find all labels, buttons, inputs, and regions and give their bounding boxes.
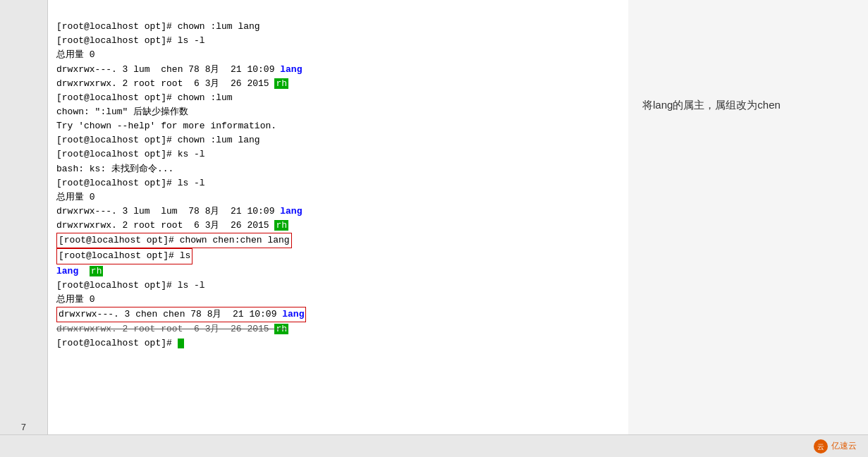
lang-highlight-2: lang [280, 206, 302, 217]
boxed-chown-line: [root@localhost opt]# chown chen:chen la… [56, 233, 292, 248]
logo-text: 亿速云 [831, 440, 857, 452]
sidebar-number: 7 [21, 422, 27, 433]
strikethrough-line: drwxrwxrwx. 2 root root 6 3月 26 2015 rh [56, 324, 288, 334]
rh-standalone: rh [90, 266, 104, 276]
rh-highlight-1: rh [274, 78, 288, 89]
main-container: 7 .149.131 [root@localhost opt]# chown :… [0, 0, 868, 457]
boxed-ls-line: [root@localhost opt]# ls [56, 248, 192, 264]
boxed-drwx-chen: drwxrwx---. 3 chen chen 78 8月 21 10:09 l… [56, 307, 306, 322]
annotation-area: 将lang的属主，属组改为chen [628, 0, 868, 457]
lang-highlight-3: lang [282, 309, 304, 319]
rh-highlight-2: rh [274, 220, 288, 231]
svg-text:云: 云 [817, 443, 824, 451]
terminal-content: [root@localhost opt]# chown :lum lang [r… [56, 6, 620, 365]
lang-highlight-1: lang [280, 64, 302, 75]
annotation-text: 将lang的属主，属组改为chen [642, 99, 781, 112]
terminal-cursor [178, 339, 184, 348]
rh-highlight-3: rh [274, 324, 288, 334]
logo-icon: 云 [813, 439, 829, 454]
logo-area: 云 亿速云 [813, 439, 857, 454]
terminal-area[interactable]: [root@localhost opt]# chown :lum lang [r… [48, 0, 628, 457]
bottom-bar: 云 亿速云 [0, 434, 868, 457]
left-sidebar: 7 .149.131 [0, 0, 48, 457]
line-header-1: [root@localhost opt]# chown :lum lang [r… [56, 21, 302, 231]
lang-standalone: lang [56, 266, 78, 276]
